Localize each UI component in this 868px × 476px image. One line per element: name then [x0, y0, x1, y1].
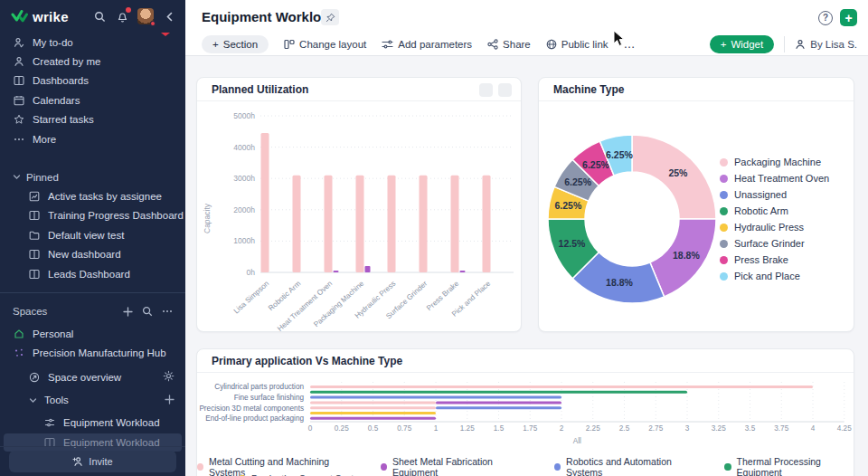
legend-label: Thermal Processing Equipment	[737, 456, 854, 476]
legend-dot	[720, 207, 728, 215]
bar-capacity	[325, 176, 333, 272]
donut-percent-label: 6.25%	[554, 200, 581, 211]
category-label: Fine surface finishing	[234, 394, 305, 402]
avatar[interactable]	[137, 8, 154, 24]
search-icon[interactable]	[92, 9, 107, 24]
x-tick-label: 0.25	[335, 424, 349, 433]
sidebar-item-label: Starred tasks	[33, 114, 94, 125]
legend-item[interactable]: Sheet Metal Fabrication Equipment	[381, 456, 524, 476]
x-tick-label: 0.5	[368, 424, 379, 433]
add-section-button[interactable]: + Section	[202, 35, 269, 53]
hbar-segment	[310, 412, 436, 414]
sidebar: wrike My to-do	[0, 0, 185, 476]
x-tick-label: 4	[811, 424, 816, 433]
share-button[interactable]: Share	[487, 39, 531, 50]
gear-icon[interactable]	[163, 370, 175, 384]
legend-item[interactable]: Heat Treatment Oven	[720, 170, 829, 186]
search-spaces-icon[interactable]	[140, 306, 155, 317]
sidebar-item-label: Active tasks by assignee	[48, 191, 162, 202]
legend-item[interactable]: Surface Grinder	[720, 235, 829, 252]
chevron-down-icon	[28, 396, 37, 405]
public-link-button[interactable]: Public link	[546, 39, 609, 50]
sidebar-item-default-view-test[interactable]: Default view test	[0, 225, 185, 244]
sidebar-item-personal-space[interactable]: Personal	[0, 324, 185, 343]
layout-grid-icon	[284, 39, 295, 50]
pinned-header[interactable]: Pinned	[0, 167, 185, 186]
legend-item[interactable]: Thermal Processing Equipment	[724, 456, 854, 476]
add-parameters-label: Add parameters	[398, 39, 472, 50]
chevron-down-icon	[13, 173, 21, 181]
add-space-plus-icon[interactable]	[120, 307, 135, 317]
sidebar-item-dashboards[interactable]: Dashboards	[0, 71, 185, 90]
sidebar-item-tools-folder[interactable]: Tools	[0, 390, 185, 409]
global-add-button[interactable]: +	[840, 9, 857, 26]
legend-item[interactable]: Hydraulic Press	[720, 219, 829, 235]
legend-label: Robotic Arm	[734, 205, 788, 216]
sidebar-item-created-by-me[interactable]: Created by me	[0, 52, 185, 71]
notification-badge	[126, 7, 131, 13]
sidebar-item-space-overview[interactable]: Space overview	[0, 367, 185, 386]
pin-icon[interactable]	[321, 9, 339, 25]
author-filter-button[interactable]: By Lisa S.	[795, 39, 857, 50]
legend-item[interactable]: Unassigned	[720, 186, 829, 203]
calendar-icon	[13, 95, 25, 106]
sidebar-item-training-progress-dashboard[interactable]: Training Progress Dashboard	[0, 206, 185, 225]
y-tick-label: 1000h	[233, 236, 255, 245]
legend-label: Robotics and Automation Systems	[566, 456, 693, 476]
avatar-status-dot	[150, 21, 156, 26]
hbar-segment	[310, 417, 436, 420]
sidebar-item-label: Dashboards	[33, 75, 89, 86]
change-layout-button[interactable]: Change layout	[284, 39, 366, 50]
legend-item[interactable]: Robotics and Automation Systems	[554, 456, 693, 476]
legend-label: Hydraulic Press	[734, 222, 804, 233]
legend-dot	[720, 224, 728, 232]
share-label: Share	[503, 39, 531, 50]
spaces-more-icon[interactable]	[160, 306, 175, 317]
collapse-sidebar-chevron-icon[interactable]	[162, 9, 176, 24]
legend-item[interactable]: Pick and Place	[720, 268, 829, 284]
sidebar-item-label: Training Progress Dashboard	[48, 210, 184, 221]
legend-item[interactable]: Robotic Arm	[720, 203, 829, 219]
hbar-segment	[436, 401, 561, 404]
donut-legend: Packaging MachineHeat Treatment OvenUnas…	[720, 154, 829, 284]
change-layout-label: Change layout	[299, 39, 366, 50]
sidebar-item-label: More	[33, 134, 56, 145]
sidebar-item-equipment-workload-tool[interactable]: Equipment Workload	[0, 413, 185, 432]
sidebar-item-new-dashboard[interactable]: New dashboard	[0, 245, 185, 264]
add-tool-plus-icon[interactable]	[165, 395, 175, 406]
sidebar-item-precision-manufacturing-hub[interactable]: Precision Manufacturing Hub	[0, 344, 185, 363]
sidebar-item-more[interactable]: More	[0, 129, 185, 148]
help-button[interactable]: ?	[818, 11, 833, 25]
sidebar-item-starred-tasks[interactable]: Starred tasks	[0, 110, 185, 129]
toolbar-more-button[interactable]: …	[624, 37, 637, 51]
legend-item[interactable]: Packaging Machine	[720, 154, 829, 170]
home-icon	[13, 328, 25, 339]
x-tick-label: 2.25	[586, 424, 600, 433]
sidebar-item-label: New dashboard	[48, 249, 121, 260]
person-icon	[13, 56, 25, 67]
dashboard-icon	[28, 210, 41, 221]
x-tick-label: 1.25	[460, 424, 475, 433]
wrike-logo[interactable]: wrike	[11, 9, 92, 24]
x-tick-label: 3.75	[774, 424, 788, 433]
legend-item[interactable]: Press Brake	[720, 252, 829, 268]
share-icon	[487, 39, 498, 50]
pinned-header-label: Pinned	[26, 172, 59, 183]
bar-capacity	[420, 176, 428, 272]
legend-label: Sheet Metal Fabrication Equipment	[392, 456, 524, 476]
add-parameters-button[interactable]: Add parameters	[382, 39, 472, 50]
x-tick-label: 1	[434, 424, 439, 433]
sidebar-item-calendars[interactable]: Calendars	[0, 90, 185, 109]
invite-button[interactable]: Invite	[9, 451, 176, 472]
y-tick-label: 5000h	[233, 111, 255, 120]
sidebar-item-label: Space overview	[48, 372, 121, 383]
hbar-segment	[310, 391, 687, 394]
spaces-list: Personal Precision Manufacturing Hub Spa…	[0, 324, 185, 452]
bar-capacity	[483, 176, 491, 272]
add-widget-button[interactable]: + Widget	[710, 35, 775, 53]
sidebar-item-active-tasks-by-assignee[interactable]: Active tasks by assignee	[0, 186, 185, 205]
sidebar-item-leads-dashboard[interactable]: Leads Dashboard	[0, 264, 185, 283]
notifications-bell-icon[interactable]	[115, 9, 129, 24]
sliders-icon	[43, 417, 56, 428]
sidebar-item-my-todo[interactable]: My to-do	[0, 33, 185, 52]
